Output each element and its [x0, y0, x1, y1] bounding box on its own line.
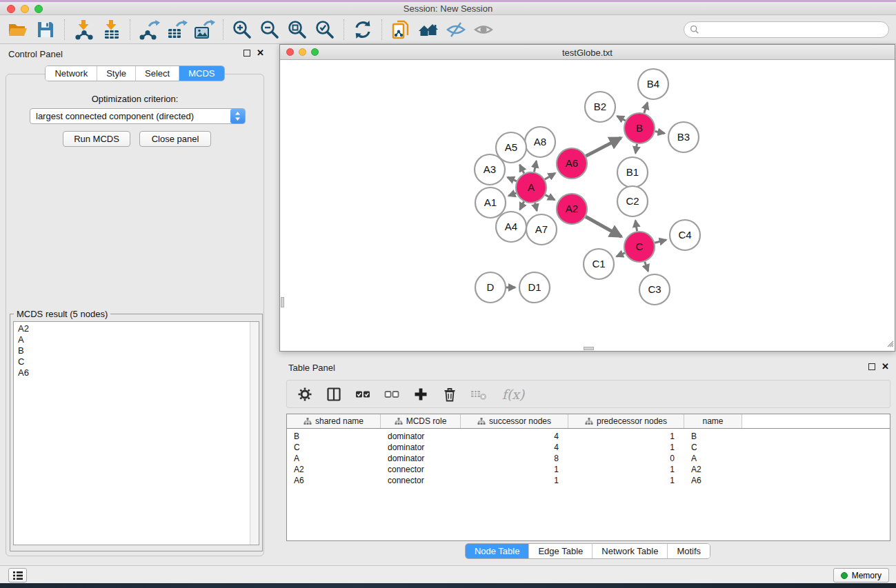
table-float-icon[interactable]	[868, 363, 875, 370]
graph-node-D[interactable]: D	[475, 272, 506, 303]
create-column-button[interactable]	[411, 384, 430, 405]
tab-node-table[interactable]: Node Table	[466, 544, 529, 558]
graph-edge-A-A6[interactable]	[545, 173, 555, 179]
graph-node-B4[interactable]: B4	[638, 69, 668, 99]
zoom-selected-button[interactable]	[311, 17, 339, 43]
refresh-layout-button[interactable]	[349, 17, 377, 43]
graph-edge-A-A3[interactable]	[508, 177, 517, 181]
graph-edge-A-A1[interactable]	[508, 193, 516, 196]
import-network-button[interactable]	[70, 17, 97, 43]
network-canvas[interactable]: B4B2BB3A8A5A6A3B1AA1C2A2A4A7C4CC1C3DD1	[280, 60, 895, 351]
network-window-titlebar[interactable]: testGlobe.txt	[280, 45, 895, 60]
list-scrollbar[interactable]	[250, 322, 259, 545]
tab-network-table[interactable]: Network Table	[592, 544, 667, 558]
function-builder-button[interactable]: f(x)	[498, 384, 528, 405]
zoom-out-button[interactable]	[256, 17, 283, 43]
tab-mcds[interactable]: MCDS	[179, 66, 223, 81]
tab-style[interactable]: Style	[97, 66, 135, 81]
graph-edge-C-C2[interactable]	[635, 221, 637, 232]
tab-network[interactable]: Network	[46, 66, 97, 81]
graph-edge-A2-C[interactable]	[586, 216, 621, 236]
tab-edge-table[interactable]: Edge Table	[528, 544, 592, 558]
mcds-result-item[interactable]: A6	[14, 367, 249, 378]
graph-edge-C-C1[interactable]	[617, 253, 625, 256]
graph-edge-C-C4[interactable]	[655, 240, 666, 243]
float-panel-icon[interactable]	[243, 50, 250, 57]
open-session-button[interactable]	[4, 17, 32, 43]
hide-graphics-details-button[interactable]	[442, 17, 470, 43]
run-mcds-button[interactable]: Run MCDS	[63, 131, 130, 147]
table-row[interactable]: A6connector11A6	[287, 475, 890, 486]
tab-motifs[interactable]: Motifs	[667, 544, 710, 558]
mcds-result-item[interactable]: A	[14, 334, 249, 345]
graph-edge-A-A5[interactable]	[520, 165, 524, 173]
show-graphics-details-button[interactable]	[470, 17, 497, 43]
graph-edge-A-A2[interactable]	[545, 195, 555, 200]
graph-edge-A-A7[interactable]	[535, 203, 537, 210]
column-header-shared-name[interactable]: shared name	[287, 414, 381, 428]
show-columns-button[interactable]	[324, 384, 344, 405]
horizontal-scroll-indicator[interactable]	[584, 347, 594, 350]
graph-edge-A-A4[interactable]	[520, 201, 524, 210]
save-session-button[interactable]	[32, 17, 59, 43]
export-network-button[interactable]	[135, 17, 163, 43]
duplicate-network-button[interactable]	[387, 17, 415, 43]
graph-node-A7[interactable]: A7	[526, 214, 557, 245]
graph-edge-A6-B[interactable]	[586, 138, 621, 156]
graph-node-A8[interactable]: A8	[525, 127, 555, 157]
table-row[interactable]: Adominator80A	[287, 453, 890, 464]
graph-node-B3[interactable]: B3	[668, 122, 699, 152]
close-panel-icon[interactable]: ✕	[257, 48, 264, 58]
zoom-in-button[interactable]	[228, 17, 256, 43]
table-row[interactable]: Bdominator41B	[287, 431, 890, 442]
vertical-scroll-indicator[interactable]	[281, 297, 284, 307]
delete-table-button[interactable]	[469, 384, 488, 405]
mcds-result-item[interactable]: B	[14, 345, 249, 356]
close-panel-button[interactable]: Close panel	[139, 131, 211, 147]
graph-edge-B-B1[interactable]	[635, 144, 637, 154]
search-field[interactable]	[684, 21, 889, 38]
graph-edge-B-B2[interactable]	[617, 116, 626, 121]
mcds-result-item[interactable]: A2	[14, 323, 249, 334]
export-table-button[interactable]	[163, 17, 190, 43]
column-header-successor-nodes[interactable]: successor nodes	[461, 414, 568, 428]
column-header-predecessor-nodes[interactable]: predecessor nodes	[568, 414, 684, 428]
tab-select[interactable]: Select	[135, 66, 179, 81]
column-header-MCDS-role[interactable]: MCDS role	[381, 414, 461, 428]
export-image-button[interactable]	[190, 17, 218, 43]
network-overview-button[interactable]	[415, 17, 442, 43]
table-row[interactable]: Cdominator41C	[287, 442, 890, 453]
graph-node-A4[interactable]: A4	[496, 212, 526, 242]
task-history-button[interactable]	[8, 568, 27, 582]
graph-edge-B-B4[interactable]	[644, 103, 648, 113]
unselect-all-columns-button[interactable]	[382, 384, 401, 405]
select-all-columns-button[interactable]	[353, 384, 372, 405]
graph-node-A6[interactable]: A6	[557, 148, 587, 179]
table-settings-button[interactable]	[295, 384, 315, 405]
import-table-button[interactable]	[97, 17, 125, 43]
search-input[interactable]	[703, 23, 888, 36]
criterion-dropdown[interactable]: largest connected component (directed)	[30, 108, 246, 124]
graph-node-C4[interactable]: C4	[670, 220, 700, 250]
graph-node-D1[interactable]: D1	[519, 272, 550, 303]
graph-node-B2[interactable]: B2	[585, 92, 615, 122]
graph-node-B1[interactable]: B1	[617, 157, 648, 187]
graph-node-C2[interactable]: C2	[617, 186, 648, 216]
graph-node-C1[interactable]: C1	[584, 249, 614, 279]
table-close-icon[interactable]: ✕	[882, 361, 889, 372]
graph-node-A1[interactable]: A1	[475, 187, 506, 218]
delete-columns-button[interactable]	[440, 384, 459, 405]
graph-edge-B-B3[interactable]	[655, 132, 665, 134]
graph-node-C3[interactable]: C3	[639, 274, 670, 305]
resize-grip-icon[interactable]	[886, 338, 894, 350]
mcds-result-item[interactable]: C	[14, 356, 249, 367]
graph-edge-A-A8[interactable]	[534, 161, 536, 172]
memory-button[interactable]: Memory	[833, 568, 889, 582]
zoom-fit-button[interactable]	[283, 17, 311, 43]
table-row[interactable]: A2connector11A2	[287, 464, 890, 475]
mcds-result-list[interactable]: A2ABCA6	[13, 321, 259, 545]
column-header-name[interactable]: name	[684, 414, 742, 428]
graph-node-C[interactable]: C	[624, 232, 655, 262]
graph-node-B[interactable]: B	[624, 113, 655, 143]
graph-node-A3[interactable]: A3	[475, 154, 505, 185]
